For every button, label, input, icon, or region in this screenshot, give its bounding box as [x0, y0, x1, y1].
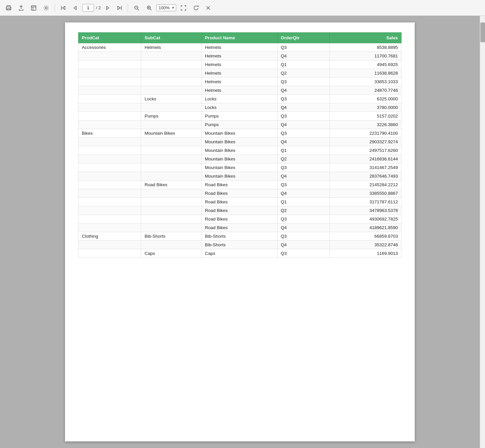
table-cell: Q3	[277, 95, 329, 103]
table-cell	[141, 198, 202, 206]
table-cell: Q4	[277, 121, 329, 129]
table-cell	[141, 241, 202, 249]
table-cell	[141, 155, 202, 163]
svg-point-2	[10, 8, 11, 8]
table-cell: Helmets	[201, 60, 277, 69]
table-cell: 6325.0000	[330, 95, 402, 103]
table-cell: 2903327.9274	[330, 138, 402, 146]
table-cell: Helmets	[201, 78, 277, 86]
table-cell: 11700.7681	[330, 52, 402, 60]
table-cell: 66859.8703	[330, 232, 402, 241]
zoom-in-button[interactable]	[144, 3, 154, 13]
table-cell: Road Bikes	[201, 198, 277, 206]
table-cell	[79, 112, 141, 121]
separator-1	[55, 4, 55, 12]
prev-page-button[interactable]	[70, 4, 80, 12]
table-cell	[141, 138, 202, 146]
table-row: Road BikesRoad BikesQ32145284.2212	[79, 181, 402, 189]
svg-line-15	[150, 9, 151, 10]
table-cell: Q1	[277, 198, 329, 206]
table-cell	[79, 198, 141, 206]
table-cell: Q3	[277, 112, 329, 121]
table-row: PumpsPumpsQ35157.0202	[79, 112, 402, 121]
table-row: Mountain BikesQ12497517.6260	[79, 146, 402, 155]
table-cell	[79, 206, 141, 215]
table-cell: Mountain Bikes	[201, 163, 277, 172]
table-cell: 8538.8895	[330, 43, 402, 52]
table-cell	[79, 95, 141, 103]
table-cell: Helmets	[201, 43, 277, 52]
page-total-label: / 2	[96, 5, 101, 10]
table-cell: Accessories	[79, 43, 141, 52]
table-row: HelmetsQ211638.8628	[79, 69, 402, 78]
next-page-button[interactable]	[103, 4, 113, 12]
last-page-button[interactable]	[114, 4, 124, 12]
scrollbar-track[interactable]	[480, 16, 485, 448]
print-button[interactable]	[3, 3, 14, 13]
table-cell: Q3	[277, 181, 329, 189]
table-row: CapsCapsQ31169.9013	[79, 249, 402, 258]
first-page-button[interactable]	[58, 4, 68, 12]
table-cell: 3141467.2549	[330, 163, 402, 172]
main-area: ProdCat SubCat Product Name OrderQtr Sal…	[0, 16, 485, 448]
table-cell: Mountain Bikes	[141, 129, 202, 138]
table-cell: Road Bikes	[201, 206, 277, 215]
export-button[interactable]	[16, 3, 26, 13]
table-row: Bib-ShortsQ435322.8748	[79, 241, 402, 249]
table-cell: Pumps	[141, 112, 202, 121]
zoom-out-button[interactable]	[131, 3, 142, 13]
scrollbar-thumb[interactable]	[480, 22, 485, 42]
table-cell: Q4	[277, 189, 329, 198]
table-row: ClothingBib-ShortsBib-ShortsQ366859.8703	[79, 232, 402, 241]
fullscreen-button[interactable]	[178, 3, 189, 13]
table-cell: 2145284.2212	[330, 181, 402, 189]
table-cell: 2231790.4100	[330, 129, 402, 138]
table-cell: Locks	[201, 95, 277, 103]
table-cell	[79, 155, 141, 163]
view-button[interactable]	[28, 3, 39, 13]
table-cell	[79, 103, 141, 112]
table-cell	[79, 138, 141, 146]
table-cell: Pumps	[201, 121, 277, 129]
table-cell: Caps	[201, 249, 277, 258]
table-cell	[141, 224, 202, 232]
table-cell: Q4	[277, 86, 329, 95]
table-cell	[79, 163, 141, 172]
zoom-value-label: 100%	[158, 5, 170, 10]
table-cell	[79, 60, 141, 69]
settings-button[interactable]	[41, 3, 51, 13]
table-cell: 4945.6925	[330, 60, 402, 69]
table-cell: Helmets	[201, 52, 277, 60]
table-cell	[79, 52, 141, 60]
table-cell: Q3	[277, 215, 329, 224]
table-cell: Q2	[277, 69, 329, 78]
close-button[interactable]	[203, 4, 213, 12]
table-cell	[141, 189, 202, 198]
table-row: Mountain BikesQ42837646.7493	[79, 172, 402, 181]
page-number-input[interactable]	[82, 4, 94, 12]
table-cell: 11638.8628	[330, 69, 402, 78]
table-cell	[141, 172, 202, 181]
table-cell: Bikes	[79, 129, 141, 138]
table-cell	[79, 86, 141, 95]
table-cell: 4189621.8590	[330, 224, 402, 232]
table-cell	[141, 215, 202, 224]
table-cell	[79, 189, 141, 198]
header-subcat: SubCat	[141, 33, 202, 43]
table-cell: Locks	[201, 103, 277, 112]
table-cell: 2416836.6144	[330, 155, 402, 163]
table-row: Mountain BikesQ42903327.9274	[79, 138, 402, 146]
table-cell: Road Bikes	[201, 181, 277, 189]
table-cell	[141, 121, 202, 129]
zoom-selector[interactable]: 100% ▼	[156, 4, 176, 11]
table-cell: Mountain Bikes	[201, 155, 277, 163]
table-row: Road BikesQ23478963.5378	[79, 206, 402, 215]
table-cell: 1169.9013	[330, 249, 402, 258]
table-cell	[141, 60, 202, 69]
table-row: HelmetsQ411700.7681	[79, 52, 402, 60]
zoom-chevron-icon: ▼	[171, 6, 175, 10]
refresh-button[interactable]	[191, 3, 201, 13]
table-cell	[79, 181, 141, 189]
header-orderqtr: OrderQtr	[277, 33, 329, 43]
table-cell: 24870.7746	[330, 86, 402, 95]
